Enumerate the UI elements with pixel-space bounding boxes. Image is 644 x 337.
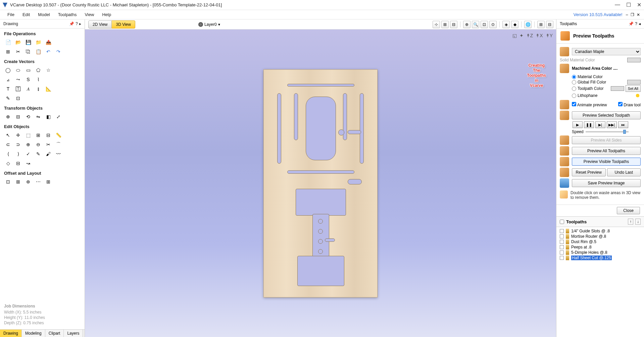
list-item[interactable]: Mortise Router @.8 xyxy=(560,234,641,239)
tile-h-icon[interactable]: ⊞ xyxy=(537,21,545,28)
mesh-icon[interactable]: ⊟ xyxy=(450,21,457,28)
online-icon[interactable]: 🌐 xyxy=(524,21,532,28)
cut-icon[interactable]: ✂ xyxy=(14,48,22,56)
version-notice-link[interactable]: Version 10.515 Available! xyxy=(574,12,623,17)
list-item[interactable]: Dust Rim @.5 xyxy=(560,239,641,244)
list-item[interactable]: 1/4" Guide Slots @ .8 xyxy=(560,228,641,234)
radio-material-color[interactable] xyxy=(572,75,576,79)
array-icon[interactable]: ⊟ xyxy=(14,159,22,167)
tab-drawing[interactable]: Drawing xyxy=(0,330,22,337)
global-swatch[interactable] xyxy=(627,80,641,85)
grid-icon[interactable]: ⊞ xyxy=(441,21,449,28)
menu-file[interactable]: File xyxy=(3,11,18,18)
ungroup-icon[interactable]: ⊟ xyxy=(44,131,52,139)
end-button[interactable]: ⏭ xyxy=(618,121,628,128)
select-icon[interactable]: ↖ xyxy=(4,131,12,139)
polygon-icon[interactable]: ⬠ xyxy=(34,66,42,74)
job-setup-icon[interactable]: ⊞ xyxy=(4,48,12,56)
arc-icon[interactable]: ⤳ xyxy=(14,75,22,83)
distort-icon[interactable]: ◧ xyxy=(44,113,52,121)
skip-button[interactable]: ▶| xyxy=(595,121,605,128)
open-file-icon[interactable]: 📂 xyxy=(14,38,22,46)
render-icon[interactable]: ◈ xyxy=(502,21,510,28)
chevron-right-icon[interactable]: ▸ xyxy=(79,21,81,26)
export-icon[interactable]: 📤 xyxy=(44,38,52,46)
close-preview-button[interactable]: Close xyxy=(617,207,640,214)
tab-layers[interactable]: Layers xyxy=(64,330,83,337)
node-edit-icon[interactable]: ✛ xyxy=(14,131,22,139)
pin-icon[interactable]: 📌 xyxy=(629,21,634,26)
star-icon[interactable]: ☆ xyxy=(44,66,52,74)
layer-dropdown[interactable]: Layer0 ▾ xyxy=(198,22,220,27)
maximize-button[interactable]: ☐ xyxy=(626,2,631,8)
subtract-icon[interactable]: ⊖ xyxy=(34,141,42,149)
mirror-icon[interactable]: ⇋ xyxy=(34,113,42,121)
mdi-minimize[interactable]: – xyxy=(626,12,628,17)
minimize-button[interactable]: — xyxy=(615,2,620,8)
menu-edit[interactable]: Edit xyxy=(18,11,34,18)
preview-visible-button[interactable]: Preview Visible Toolpaths xyxy=(572,158,641,166)
fillet-icon[interactable]: ⌒ xyxy=(54,141,62,149)
radio-lithophane[interactable] xyxy=(572,94,576,98)
animate-checkbox[interactable] xyxy=(572,102,576,106)
nest-layout-icon[interactable]: ⊞ xyxy=(44,178,52,186)
check-icon[interactable]: ✓ xyxy=(24,150,32,158)
undo-last-button[interactable]: Undo Last xyxy=(607,168,641,176)
zoom-in-icon[interactable]: 🔍 xyxy=(472,21,479,28)
toolpath-swatch[interactable] xyxy=(611,86,624,91)
trace-icon[interactable]: ⫿ xyxy=(34,85,42,93)
copy-along-icon[interactable]: ⋯ xyxy=(34,178,42,186)
circular-array-icon[interactable]: ⊛ xyxy=(24,178,32,186)
close-button[interactable]: ✕ xyxy=(637,2,641,8)
redo-icon[interactable]: ↷ xyxy=(54,48,62,56)
ellipse-icon[interactable]: ⬭ xyxy=(14,66,22,74)
3d-canvas[interactable]: ◱ ✦ ↟Z ↟X ↟Y xyxy=(85,30,556,337)
close-vector-icon[interactable]: ⊃ xyxy=(14,141,22,149)
undo-icon[interactable]: ↶ xyxy=(44,48,52,56)
nest-icon[interactable]: ◇ xyxy=(4,159,12,167)
preview-all-sides-button[interactable]: Preview All Sides xyxy=(572,136,641,144)
array-copy-icon[interactable]: ⊞ xyxy=(14,178,22,186)
import-icon[interactable]: 📁 xyxy=(34,38,42,46)
radio-global-fill[interactable] xyxy=(572,80,576,85)
reset-preview-button[interactable]: Reset Preview xyxy=(572,168,606,176)
menu-toolpaths[interactable]: Toolpaths xyxy=(54,11,81,18)
save-preview-image-button[interactable]: Save Preview Image xyxy=(572,179,641,187)
text-curve-icon[interactable]: 𝐴 xyxy=(24,85,32,93)
fast-forward-button[interactable]: ▶▶| xyxy=(607,121,617,128)
move-down-icon[interactable]: ↓ xyxy=(635,219,641,225)
paste-icon[interactable]: 📋 xyxy=(34,48,42,56)
wrap-icon[interactable]: ↝ xyxy=(24,159,32,167)
tile-v-icon[interactable]: ⊟ xyxy=(546,21,553,28)
align-icon[interactable]: ⊟ xyxy=(14,113,22,121)
tab-2d-view[interactable]: 2D View xyxy=(88,20,112,29)
axis-x-icon[interactable]: ↟X xyxy=(536,33,543,38)
split-icon[interactable]: ⟩ xyxy=(14,150,22,158)
freehand-icon[interactable]: ✎ xyxy=(4,94,12,102)
mdi-close[interactable]: ✕ xyxy=(637,12,640,17)
list-item[interactable]: Half Sheet Cut @.125 xyxy=(560,255,641,261)
save-file-icon[interactable]: 💾 xyxy=(24,38,32,46)
menu-model[interactable]: Model xyxy=(34,11,54,18)
pause-button[interactable]: ❚❚ xyxy=(584,121,594,128)
shade-icon[interactable]: ◆ xyxy=(511,21,518,28)
list-item[interactable]: 5-Dimple Holes @.8 xyxy=(560,250,641,255)
weld-icon[interactable]: ⊕ xyxy=(24,141,32,149)
scale-icon[interactable]: ⤢ xyxy=(54,113,62,121)
zoom-extents-icon[interactable]: ⊕ xyxy=(463,21,470,28)
menu-help[interactable]: Help xyxy=(98,11,115,18)
draw-tool-checkbox[interactable] xyxy=(618,102,623,106)
join-icon[interactable]: ⊂ xyxy=(4,141,12,149)
circle-icon[interactable]: ◯ xyxy=(4,66,12,74)
rotate-icon[interactable]: ⟲ xyxy=(24,113,32,121)
pin-icon[interactable]: 📌 xyxy=(69,21,74,26)
material-select[interactable]: Canadian Maple xyxy=(572,48,641,55)
axis-xyz-icon[interactable]: ✦ xyxy=(519,33,524,38)
help-icon[interactable]: ? xyxy=(635,21,637,26)
preview-all-button[interactable]: Preview All Toolpaths xyxy=(572,147,641,155)
measure-tool-icon[interactable]: 📏 xyxy=(54,131,62,139)
rectangle-icon[interactable]: ▭ xyxy=(24,66,32,74)
text-icon[interactable]: T xyxy=(4,85,12,93)
smooth-icon[interactable]: 〰 xyxy=(54,150,62,158)
trim-icon[interactable]: ✂ xyxy=(44,141,52,149)
